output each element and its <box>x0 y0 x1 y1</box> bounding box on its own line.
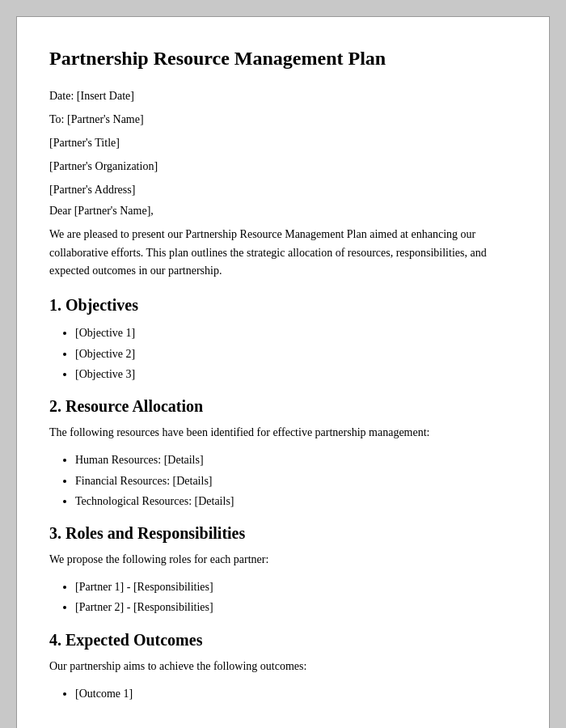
list-item: [Objective 2] <box>75 344 517 364</box>
salutation-line: Dear [Partner's Name], <box>49 205 517 218</box>
section-3-bullets: [Partner 1] - [Responsibilities][Partner… <box>49 577 517 617</box>
list-item: Financial Resources: [Details] <box>75 471 517 491</box>
to-line: To: [Partner's Name] <box>49 111 517 128</box>
list-item: [Outcome 1] <box>75 684 517 704</box>
section-2-text: The following resources have been identi… <box>49 424 517 442</box>
list-item: [Objective 3] <box>75 364 517 384</box>
section-2: 2. Resource AllocationThe following reso… <box>49 397 517 511</box>
date-line: Date: [Insert Date] <box>49 87 517 104</box>
section-1-heading: 1. Objectives <box>49 296 517 315</box>
section-2-bullets: Human Resources: [Details]Financial Reso… <box>49 450 517 511</box>
section-2-heading: 2. Resource Allocation <box>49 397 517 416</box>
partner-title-line: [Partner's Title] <box>49 134 517 151</box>
partner-org-line: [Partner's Organization] <box>49 158 517 175</box>
section-4-text: Our partnership aims to achieve the foll… <box>49 658 517 675</box>
sections-container: 1. Objectives[Objective 1][Objective 2][… <box>49 296 517 704</box>
document-container: Partnership Resource Management Plan Dat… <box>16 16 550 728</box>
section-3: 3. Roles and ResponsibilitiesWe propose … <box>49 524 517 618</box>
list-item: [Partner 1] - [Responsibilities] <box>75 577 517 597</box>
section-1: 1. Objectives[Objective 1][Objective 2][… <box>49 296 517 384</box>
list-item: Technological Resources: [Details] <box>75 491 517 511</box>
section-4: 4. Expected OutcomesOur partnership aims… <box>49 631 517 705</box>
list-item: [Partner 2] - [Responsibilities] <box>75 597 517 617</box>
list-item: [Objective 1] <box>75 323 517 343</box>
intro-paragraph: We are pleased to present our Partnershi… <box>49 226 517 280</box>
section-3-text: We propose the following roles for each … <box>49 551 517 569</box>
list-item: Human Resources: [Details] <box>75 450 517 470</box>
section-4-bullets: [Outcome 1] <box>49 684 517 704</box>
partner-address-line: [Partner's Address] <box>49 181 517 198</box>
section-3-heading: 3. Roles and Responsibilities <box>49 524 517 543</box>
section-1-bullets: [Objective 1][Objective 2][Objective 3] <box>49 323 517 384</box>
section-4-heading: 4. Expected Outcomes <box>49 631 517 650</box>
document-title: Partnership Resource Management Plan <box>49 46 517 71</box>
